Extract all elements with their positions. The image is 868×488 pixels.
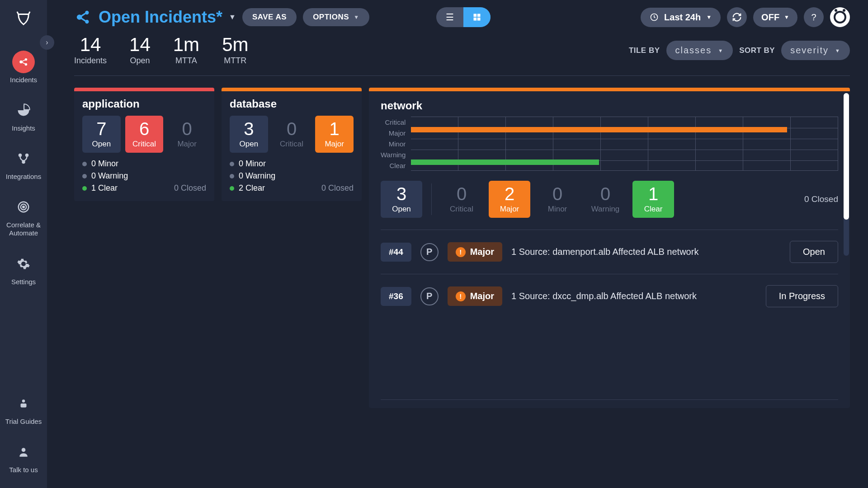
nav-expand-button[interactable]: › <box>40 35 54 50</box>
severity-badge: ! Major <box>448 242 502 262</box>
meta-warning: 0 Warning <box>82 171 128 181</box>
severity-bar <box>74 88 214 91</box>
svg-point-13 <box>22 448 26 452</box>
chart-band-major <box>411 127 787 132</box>
svg-rect-12 <box>21 404 27 408</box>
chevron-down-icon: ▼ <box>229 13 236 21</box>
save-as-button[interactable]: SAVE AS <box>242 8 297 26</box>
stat-warning[interactable]: 0 Warning <box>585 181 626 218</box>
refresh-button[interactable] <box>727 7 747 27</box>
incident-id[interactable]: #36 <box>381 287 411 306</box>
metric-incidents: 14 Incidents <box>74 35 107 66</box>
tile-database[interactable]: database 3 Open 0 Critical 1 Major <box>222 88 362 201</box>
stat-critical[interactable]: 0 Critical <box>441 181 482 218</box>
tile-title: network <box>381 99 838 112</box>
severity-timeline-chart: Critical Major Minor Warning Clear <box>381 117 838 171</box>
clock-icon <box>650 13 659 22</box>
chevron-down-icon: ▼ <box>784 14 789 20</box>
list-icon: ☰ <box>446 12 454 23</box>
nav-trial-guides[interactable]: Trial Guides <box>0 387 47 431</box>
svg-point-5 <box>19 154 21 156</box>
incident-description: 1 Source: damenport.alb Affected ALB net… <box>511 247 781 257</box>
avatar-icon <box>834 11 846 23</box>
view-toggle: ☰ <box>436 7 491 27</box>
incident-row[interactable]: #36 P ! Major 1 Source: dxcc_dmp.alb Aff… <box>381 274 838 318</box>
tile-by-label: TILE BY <box>629 46 660 55</box>
severity-bar <box>222 88 362 91</box>
svg-rect-19 <box>473 14 476 17</box>
stat-critical[interactable]: 6 Critical <box>125 116 164 153</box>
chart-band-clear <box>411 160 599 165</box>
incident-state[interactable]: Open <box>790 241 838 263</box>
insights-icon <box>12 99 35 122</box>
stat-minor[interactable]: 0 Minor <box>537 181 578 218</box>
metric-mttr: 5m MTTR <box>222 35 248 66</box>
nav-label: Correlate &Automate <box>6 221 41 237</box>
chevron-right-icon: › <box>46 38 48 47</box>
grid-view-button[interactable] <box>463 7 491 27</box>
stat-major[interactable]: 0 Major <box>168 116 206 153</box>
metric-open: 14 Open <box>129 35 151 66</box>
incident-id[interactable]: #44 <box>381 243 411 262</box>
help-icon: ? <box>811 12 816 23</box>
meta-clear: 1 Clear <box>82 183 128 193</box>
stat-open[interactable]: 3 Open <box>230 116 268 153</box>
alert-icon: ! <box>456 247 466 257</box>
nav-rail: Incidents Insights Integrations Correlat… <box>0 0 47 488</box>
app-logo-icon <box>14 9 33 27</box>
incident-row[interactable]: #44 P ! Major 1 Source: damenport.alb Af… <box>381 230 838 274</box>
nav-insights[interactable]: Insights <box>0 94 47 137</box>
svg-rect-21 <box>473 18 476 21</box>
tile-application[interactable]: application 7 Open 6 Critical 0 Major <box>74 88 214 201</box>
stat-major[interactable]: 2 Major <box>489 181 530 218</box>
nav-talk[interactable]: Talk to us <box>0 435 47 479</box>
stat-clear[interactable]: 1 Clear <box>632 181 674 218</box>
nav-integrations[interactable]: Integrations <box>0 142 47 186</box>
incident-state[interactable]: In Progress <box>766 285 838 307</box>
svg-point-7 <box>23 161 25 163</box>
sort-by-label: SORT BY <box>739 46 775 55</box>
user-avatar[interactable] <box>830 7 850 27</box>
nav-incidents[interactable]: Incidents <box>0 45 47 89</box>
list-view-button[interactable]: ☰ <box>436 7 463 27</box>
nav-correlate[interactable]: Correlate &Automate <box>0 190 47 243</box>
auto-refresh-toggle[interactable]: OFF ▼ <box>753 8 797 27</box>
svg-line-18 <box>81 19 85 21</box>
tile-by-select[interactable]: classes ▼ <box>666 41 733 60</box>
options-button[interactable]: OPTIONS ▼ <box>303 8 369 26</box>
nav-label: Integrations <box>6 173 41 180</box>
correlate-icon <box>12 196 35 218</box>
scrollbar-thumb[interactable] <box>844 93 849 220</box>
time-range-selector[interactable]: Last 24h ▼ <box>641 8 721 27</box>
meta-closed: 0 Closed <box>321 183 354 193</box>
nav-label: Insights <box>12 124 35 132</box>
help-button[interactable]: ? <box>804 7 824 27</box>
svg-point-10 <box>23 206 24 208</box>
main-content: Open Incidents* ▼ SAVE AS OPTIONS ▼ ☰ La… <box>47 0 868 488</box>
guides-icon <box>12 392 35 415</box>
priority-badge[interactable]: P <box>420 243 439 261</box>
chevron-down-icon: ▼ <box>706 14 712 20</box>
grid-icon <box>472 13 481 22</box>
integrations-icon <box>12 147 35 170</box>
chevron-down-icon: ▼ <box>354 14 359 20</box>
stat-open[interactable]: 7 Open <box>82 116 121 153</box>
stat-critical[interactable]: 0 Critical <box>273 116 311 153</box>
refresh-icon <box>732 12 742 22</box>
svg-rect-20 <box>477 14 480 17</box>
header: Open Incidents* ▼ SAVE AS OPTIONS ▼ ☰ La… <box>74 7 850 27</box>
chevron-down-icon: ▼ <box>718 48 724 53</box>
dashboard-title-dropdown[interactable]: Open Incidents* ▼ <box>74 8 236 27</box>
nav-label: Talk to us <box>9 466 38 474</box>
meta-minor: 0 Minor <box>230 159 275 169</box>
svg-line-3 <box>22 60 25 61</box>
stat-open[interactable]: 3 Open <box>381 181 422 218</box>
svg-line-17 <box>81 14 85 16</box>
meta-minor: 0 Minor <box>82 159 128 169</box>
severity-badge: ! Major <box>448 286 502 306</box>
sort-by-select[interactable]: severity ▼ <box>781 41 850 60</box>
nav-settings[interactable]: Settings <box>0 247 47 291</box>
dashboard-icon <box>74 8 92 26</box>
stat-major[interactable]: 1 Major <box>315 116 354 153</box>
priority-badge[interactable]: P <box>420 287 439 305</box>
